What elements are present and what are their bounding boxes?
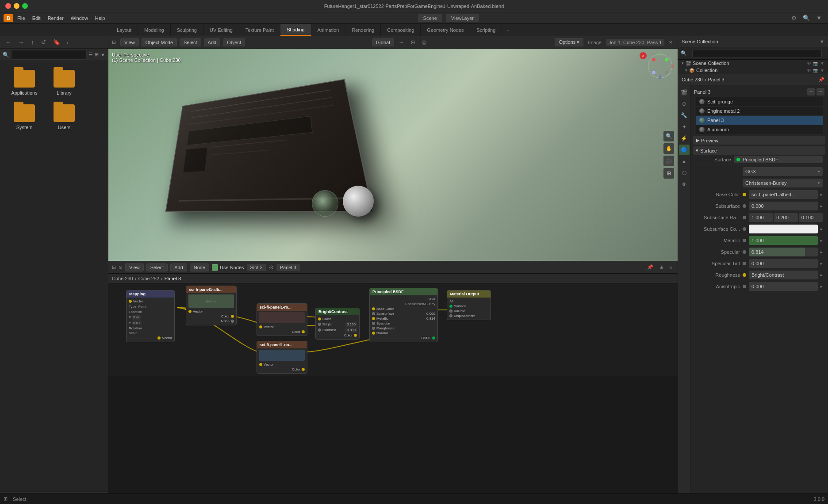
folder-applications[interactable]: Applications — [9, 70, 40, 95]
pass-selector[interactable]: Job 1_Cube.230_Pass 1 — [606, 39, 664, 46]
breadcrumb-panel3[interactable]: Panel 3 — [165, 276, 181, 281]
material-item-1[interactable]: Engine metal 2 — [696, 107, 823, 116]
folder-users[interactable]: Users — [49, 104, 80, 130]
props-pin-btn[interactable]: 📌 — [818, 77, 824, 83]
menu-edit[interactable]: Edit — [29, 14, 44, 22]
outliner-scene-collection[interactable]: ▾ 🎬 Scene Collection 👁 📷 ▼ — [678, 60, 828, 67]
viewport-options-button[interactable]: Options ▾ — [555, 38, 583, 46]
tab-modeling[interactable]: Modeling — [138, 24, 171, 36]
tab-shading[interactable]: Shading — [280, 24, 311, 36]
material-selector[interactable]: Panel 3 — [276, 264, 300, 271]
use-nodes-toggle[interactable]: Use Nodes — [212, 264, 244, 271]
maximize-button[interactable] — [22, 3, 28, 9]
props-icon-uv[interactable]: ⬡ — [679, 168, 690, 178]
props-icon-modifier[interactable]: 🔧 — [679, 110, 690, 121]
outliner-restrict-btn[interactable]: 📷 — [813, 61, 818, 66]
node-principled-bsdf[interactable]: Principled BSDF GGX Christensen-Burley B… — [369, 288, 438, 342]
props-icon-scene[interactable]: 🎬 — [679, 87, 690, 98]
preview-section-header[interactable]: ▶ Preview — [693, 136, 825, 145]
material-remove-btn[interactable]: − — [816, 88, 824, 95]
collection-filter-btn[interactable]: ▼ — [820, 68, 824, 73]
specular-tint-reset[interactable]: ▸ — [820, 261, 823, 266]
tool-view-all[interactable]: ⊞ — [663, 168, 674, 179]
base-color-value[interactable]: sci-fi-panel1-albed... — [749, 190, 818, 199]
menu-window[interactable]: Window — [68, 14, 91, 22]
node-close-button[interactable]: × — [668, 265, 674, 270]
blender-logo[interactable]: B — [4, 14, 13, 22]
tab-layout[interactable]: Layout — [111, 24, 138, 36]
node-canvas[interactable]: Mapping Vector Type: Point Location X 0 … — [108, 283, 678, 376]
sidebar-filter-button[interactable]: ▼ — [100, 52, 105, 57]
sidebar-bookmark-button[interactable]: 🔖 — [51, 38, 62, 46]
metallic-bar[interactable]: 1.000 — [749, 236, 818, 245]
ss-color-swatch[interactable] — [749, 225, 818, 233]
viewport-view-right[interactable]: Image — [586, 40, 603, 45]
distribution-value[interactable]: GGX ▾ — [743, 167, 823, 176]
header-icon2[interactable]: 🔍 — [800, 15, 813, 21]
bright-value[interactable]: 0.130 — [345, 322, 357, 327]
node-texture-normal[interactable]: sci-fi-panel1-no... Vector Color — [257, 341, 307, 374]
node-texture-roughness[interactable]: sci-fi-panel1-ro... Vector Color — [257, 303, 307, 336]
close-button[interactable] — [5, 3, 11, 9]
specular-bar[interactable]: 0.814 — [749, 248, 818, 256]
material-add-btn[interactable]: + — [807, 88, 815, 95]
breadcrumb-cube252[interactable]: Cube.252 — [138, 276, 159, 281]
viewport-select-button[interactable]: Select — [180, 38, 201, 46]
outliner-filter-btn[interactable]: ▼ — [820, 61, 824, 66]
specular-reset[interactable]: ▸ — [820, 250, 823, 254]
menu-help[interactable]: Help — [92, 14, 108, 22]
viewport-add-button[interactable]: Add — [204, 38, 221, 46]
scene-selector[interactable]: Scene — [418, 14, 442, 22]
base-color-reset[interactable]: ▸ — [820, 192, 823, 197]
anisotropic-bar[interactable]: 0.000 — [749, 282, 818, 291]
node-material-output[interactable]: Material Output All Surface Volume Displ… — [447, 290, 491, 320]
tab-uv-editing[interactable]: UV Editing — [203, 24, 239, 36]
tab-scripting[interactable]: Scripting — [470, 24, 502, 36]
viewport-mode-button[interactable]: Object Mode — [142, 38, 177, 46]
node-view-button[interactable]: View — [125, 263, 144, 271]
roughness-value[interactable]: Bright/Contrast — [749, 271, 818, 279]
snap-icon[interactable]: ⊕ — [409, 39, 417, 46]
material-item-2[interactable]: Panel 3 — [696, 116, 823, 125]
node-add-button[interactable]: Add — [170, 263, 187, 271]
node-copy-button[interactable]: ⊞ — [658, 264, 665, 270]
tab-animation[interactable]: Animation — [311, 24, 346, 36]
sidebar-grid-view-button[interactable]: ⊞ — [95, 52, 99, 57]
node-texture-albedo[interactable]: sci-fi-panel1-alb... texture Vector Colo… — [186, 286, 237, 325]
node-bright-contrast[interactable]: Bright/Contrast Color Bright 0.130 Contr… — [315, 308, 360, 340]
viewport-3d[interactable]: User Perspective (1) Scene Collection | … — [108, 49, 678, 261]
subsurface-reset[interactable]: ▸ — [820, 204, 823, 208]
slot-selector[interactable]: Slot 3 — [247, 264, 266, 271]
tab-compositing[interactable]: Compositing — [381, 24, 421, 36]
proportional-icon[interactable]: ◎ — [420, 39, 428, 46]
ss-method-value[interactable]: Christensen-Burley ▾ — [743, 179, 823, 187]
sidebar-up-button[interactable]: ↑ — [29, 38, 36, 46]
breadcrumb-cube230[interactable]: Cube.230 — [112, 276, 133, 281]
tool-zoom[interactable]: 🔍 — [663, 131, 674, 141]
roughness-reset[interactable]: ▸ — [820, 273, 823, 277]
props-icon-physics[interactable]: ⚡ — [679, 133, 690, 144]
tool-pan[interactable]: ✋ — [663, 143, 674, 154]
viewport-object-button[interactable]: Object — [223, 38, 245, 46]
header-icon1[interactable]: ⚙ — [789, 15, 799, 21]
minimize-button[interactable] — [14, 3, 19, 9]
props-icon-object[interactable]: ⊙ — [679, 99, 690, 109]
viewport-global-button[interactable]: Global — [372, 38, 394, 46]
loc-y[interactable]: 0.01 — [132, 321, 142, 325]
material-item-0[interactable]: Scifi grunge — [696, 97, 823, 107]
tab-texture-paint[interactable]: Texture Paint — [239, 24, 280, 36]
menu-render[interactable]: Render — [45, 14, 67, 22]
viewport-view-button[interactable]: View — [120, 38, 139, 46]
folder-system[interactable]: System — [9, 104, 40, 130]
outliner-eye-btn[interactable]: 👁 — [807, 61, 811, 66]
rotation-gizmo[interactable]: X Y Z — [648, 54, 672, 78]
outliner-collection[interactable]: ▾ 📦 Collection 👁 📷 ▼ — [678, 67, 828, 74]
outliner-filter-icon[interactable]: ▼ — [820, 39, 824, 44]
use-nodes-checkbox[interactable] — [212, 264, 218, 271]
anisotropic-reset[interactable]: ▸ — [820, 284, 823, 289]
subsurface-bar[interactable]: 0.000 — [749, 202, 818, 210]
props-icon-material[interactable]: 🔵 — [679, 145, 690, 155]
ss-radius-z[interactable]: 0.100 — [799, 213, 823, 222]
tab-geometry-nodes[interactable]: Geometry Nodes — [421, 24, 470, 36]
folder-library[interactable]: Library — [49, 70, 80, 95]
